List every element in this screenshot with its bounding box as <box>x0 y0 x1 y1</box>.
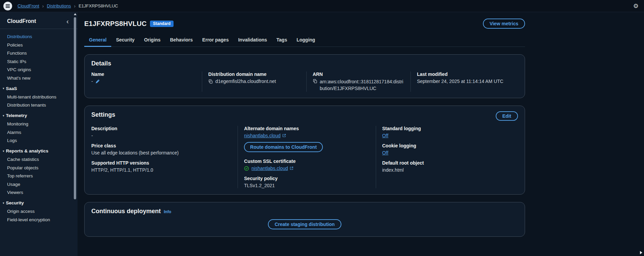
hamburger-lines-icon <box>6 6 10 6</box>
sidebar-item-distributions[interactable]: Distributions <box>7 34 69 39</box>
ssl-certificate-label: Custom SSL certificate <box>244 159 370 164</box>
price-class-value: Use all edge locations (best performance… <box>91 150 179 155</box>
sidebar-item-logs[interactable]: Logs <box>7 138 69 143</box>
edit-name-pencil-icon[interactable] <box>95 79 100 84</box>
price-class-label: Price class <box>91 143 232 148</box>
alternate-domain-link[interactable]: nishantlabs.cloud <box>244 133 286 138</box>
tab-invalidations[interactable]: Invalidations <box>234 34 272 47</box>
continuous-deployment-card: Continuous deployment Info Create stagin… <box>84 202 525 237</box>
section-expanded-icon: ▾ <box>3 201 4 205</box>
sidebar-section-header: Security <box>6 200 24 205</box>
sidebar-item-vpc-origins[interactable]: VPC origins <box>7 67 69 72</box>
scrollbar-thumb[interactable] <box>74 17 76 199</box>
sidebar-section-saas[interactable]: ▾ SaaS <box>3 86 69 91</box>
tab-general[interactable]: General <box>84 34 111 47</box>
root-object-value: index.html <box>382 167 404 173</box>
tab-logging[interactable]: Logging <box>292 34 320 47</box>
security-policy-label: Security policy <box>244 176 370 181</box>
description-label: Description <box>91 126 232 131</box>
external-link-icon <box>289 166 294 170</box>
breadcrumb-cloudfront-link[interactable]: CloudFront <box>18 3 39 8</box>
alternate-domains-label: Alternate domain names <box>244 126 370 131</box>
sidebar: CloudFront ‹ Distributions Policies Func… <box>0 12 78 256</box>
sidebar-section-reports-analytics[interactable]: ▾ Reports & analytics <box>3 148 69 153</box>
http-versions-label: Supported HTTP versions <box>91 160 232 166</box>
sidebar-item-alarms[interactable]: Alarms <box>7 130 69 135</box>
cookie-logging-value-link[interactable]: Off <box>382 150 388 155</box>
info-link[interactable]: Info <box>164 209 171 214</box>
route-domains-button[interactable]: Route domains to CloudFront <box>244 142 323 152</box>
scrollbar-up-arrow-icon[interactable] <box>74 13 76 15</box>
domain-name-value: d1egemfisl2ha.cloudfront.net <box>215 79 276 84</box>
settings-card: Settings Edit Description - Price class … <box>84 106 525 195</box>
tab-tags[interactable]: Tags <box>272 34 292 47</box>
name-value: - <box>91 79 93 84</box>
tab-behaviors[interactable]: Behaviors <box>165 34 197 47</box>
sidebar-item-functions[interactable]: Functions <box>7 51 69 56</box>
cookie-logging-label: Cookie logging <box>382 143 513 148</box>
details-heading: Details <box>91 60 518 67</box>
settings-heading: Settings <box>91 111 115 118</box>
section-expanded-icon: ▾ <box>3 114 4 117</box>
sidebar-item-origin-access[interactable]: Origin access <box>7 209 69 214</box>
copy-icon[interactable] <box>313 79 317 84</box>
ssl-certificate-link[interactable]: nishantlabs.cloud <box>251 166 294 171</box>
tab-security[interactable]: Security <box>111 34 139 47</box>
standard-badge: Standard <box>150 21 174 27</box>
create-staging-distribution-button[interactable]: Create staging distribution <box>268 219 341 229</box>
breadcrumb: CloudFront › Distributions › E1JFXRPS8HV… <box>18 3 118 9</box>
last-modified-value: September 24, 2025 at 11:14:14 AM UTC <box>417 79 503 84</box>
main-content: E1JFXRPS8HVLUC Standard View metrics Gen… <box>78 12 644 256</box>
section-expanded-icon: ▾ <box>3 149 4 153</box>
sidebar-item-popular-objects[interactable]: Popular objects <box>7 165 69 170</box>
gear-icon[interactable]: ⚙ <box>633 3 639 9</box>
edit-settings-button[interactable]: Edit <box>496 111 518 121</box>
tab-origins[interactable]: Origins <box>139 34 165 47</box>
sidebar-collapse-icon[interactable]: ‹ <box>66 18 69 25</box>
tab-bar: General Security Origins Behaviors Error… <box>84 34 525 47</box>
standard-logging-value-link[interactable]: Off <box>382 133 388 138</box>
tab-error-pages[interactable]: Error pages <box>197 34 234 47</box>
sidebar-item-top-referrers[interactable]: Top referrers <box>7 173 69 178</box>
section-expanded-icon: ▾ <box>3 87 4 90</box>
hamburger-menu-icon[interactable] <box>3 2 12 10</box>
success-check-icon <box>244 166 249 171</box>
description-value: - <box>91 133 93 138</box>
breadcrumb-separator: › <box>42 3 44 9</box>
name-label: Name <box>91 72 196 77</box>
http-versions-value: HTTP/2, HTTP/1.1, HTTP/1.0 <box>91 167 153 173</box>
breadcrumb-current-page: E1JFXRPS8HVLUC <box>79 3 118 8</box>
sidebar-section-header: Reports & analytics <box>6 148 49 153</box>
sidebar-item-whats-new[interactable]: What's new <box>7 76 69 81</box>
arn-value: arn:aws:cloudfront::318112817184:distrib… <box>320 79 405 92</box>
security-policy-value: TLSv1.2_2021 <box>244 183 275 188</box>
root-object-label: Default root object <box>382 160 513 166</box>
sidebar-section-security[interactable]: ▾ Security <box>3 200 69 205</box>
sidebar-item-monitoring[interactable]: Monitoring <box>7 121 69 126</box>
scroll-right-arrow-icon[interactable] <box>640 251 642 254</box>
last-modified-label: Last modified <box>417 72 513 77</box>
sidebar-section-telemetry[interactable]: ▾ Telemetry <box>3 113 69 118</box>
sidebar-item-policies[interactable]: Policies <box>7 42 69 48</box>
external-link-icon <box>282 134 286 138</box>
breadcrumb-separator: › <box>74 3 76 9</box>
sidebar-scrollbar[interactable] <box>73 13 76 255</box>
details-card: Details Name - <box>84 54 525 98</box>
breadcrumb-distributions-link[interactable]: Distributions <box>47 3 71 8</box>
continuous-deployment-heading: Continuous deployment <box>91 208 161 215</box>
sidebar-section-header: Telemetry <box>6 113 27 118</box>
sidebar-section-header: SaaS <box>6 86 17 91</box>
view-metrics-button[interactable]: View metrics <box>483 19 525 29</box>
top-navigation-bar: CloudFront › Distributions › E1JFXRPS8HV… <box>0 0 644 12</box>
sidebar-item-usage[interactable]: Usage <box>7 182 69 187</box>
sidebar-item-multi-tenant-distributions[interactable]: Multi-tenant distributions <box>7 94 69 99</box>
sidebar-item-viewers[interactable]: Viewers <box>7 190 69 195</box>
standard-logging-label: Standard logging <box>382 126 513 131</box>
page-title: E1JFXRPS8HVLUC <box>84 20 147 28</box>
sidebar-item-cache-statistics[interactable]: Cache statistics <box>7 157 69 162</box>
sidebar-item-field-level-encryption[interactable]: Field-level encryption <box>7 217 69 222</box>
sidebar-item-distribution-tenants[interactable]: Distribution tenants <box>7 103 69 108</box>
sidebar-item-static-ips[interactable]: Static IPs <box>7 59 69 64</box>
copy-icon[interactable] <box>208 79 213 84</box>
sidebar-title: CloudFront <box>7 18 36 24</box>
